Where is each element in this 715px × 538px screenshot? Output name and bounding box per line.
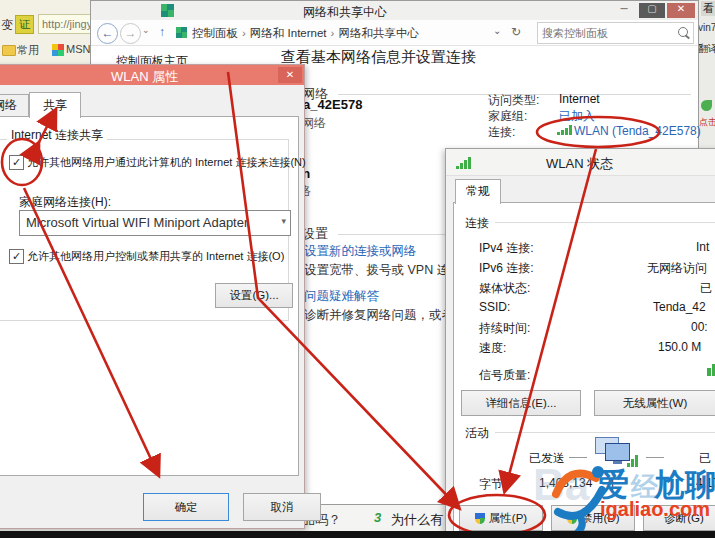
check-icon: ✓ xyxy=(12,156,21,168)
computer-icon xyxy=(593,437,639,469)
back-button[interactable]: ← xyxy=(97,23,118,44)
tab-network[interactable]: 网络 xyxy=(0,94,29,117)
row-value: 00: xyxy=(691,320,708,334)
activity-group-label: 活动 xyxy=(465,425,489,442)
row-value: 150.0 M xyxy=(658,340,701,354)
allow-connect-checkbox[interactable]: ✓ xyxy=(9,155,24,170)
row-value: 已 xyxy=(700,280,712,297)
right-fragment-look: 看 xyxy=(701,1,715,16)
maximize-button[interactable]: ▢ xyxy=(639,3,665,18)
bottom-question-2[interactable]: 为什么有 xyxy=(391,511,443,529)
link-troubleshoot[interactable]: 问题疑难解答 xyxy=(304,288,379,305)
tab-network-label: 网络 xyxy=(0,98,17,112)
homegroup-link[interactable]: 已加入 xyxy=(559,108,595,125)
refresh-icon[interactable]: ↻ xyxy=(511,25,521,39)
allow-control-checkbox[interactable]: ✓ xyxy=(9,249,24,264)
right-fragment-click: 点击 xyxy=(699,116,715,129)
details-button-label: 详细信息(E)... xyxy=(486,396,557,411)
connection-group-label: 连接 xyxy=(465,215,489,232)
tab-sharing[interactable]: 共享 xyxy=(29,92,81,118)
dialog-title: WLAN 属性 xyxy=(111,68,178,86)
ics-group-label: Internet 连接共享 xyxy=(7,127,107,144)
connections-label: 连接: xyxy=(488,124,515,141)
disable-button-label: 禁用(D) xyxy=(581,511,620,526)
allow-connect-label: 允许其他网络用户通过此计算机的 Internet 连接来连接(N) xyxy=(27,155,306,170)
up-button[interactable]: ↑ xyxy=(153,24,171,41)
right-fragment-win7: vin7 xyxy=(698,22,715,33)
row-label: 信号质量: xyxy=(479,367,530,384)
bottom-rank-number: 3 xyxy=(374,510,381,525)
ok-button-label: 确定 xyxy=(175,500,198,515)
address-badge-prefix: 变 xyxy=(1,17,13,34)
search-input[interactable] xyxy=(540,24,674,42)
homegroup-label: 家庭组: xyxy=(488,108,527,125)
row-label: IPv6 连接: xyxy=(479,260,534,277)
diagnose-button[interactable]: 诊断(G) xyxy=(643,505,715,531)
row-label: SSID: xyxy=(479,300,510,314)
msn-logo-icon xyxy=(52,44,64,56)
shield-icon xyxy=(567,513,577,524)
address-input[interactable]: http://jingy xyxy=(38,14,97,34)
window-title: 网络和共享中心 xyxy=(303,4,387,21)
sent-dash xyxy=(569,457,587,458)
row-value: Tenda_42 xyxy=(653,300,706,314)
row-label: 媒体状态: xyxy=(479,280,530,297)
wlan-properties-dialog: WLAN 属性 ✕ 网络 共享 Internet 连接共享 ✓ 允许其他网络用户… xyxy=(0,64,305,529)
bytes-received-value: 4,17 xyxy=(696,476,715,490)
adapter-select[interactable]: Microsoft Virtual WIFI Miniport Adapter … xyxy=(19,210,291,236)
wireless-properties-button-label: 无线属性(W) xyxy=(623,396,688,411)
access-type-value: Internet xyxy=(559,92,600,106)
wifi-signal-icon xyxy=(557,125,572,135)
forward-button[interactable]: → xyxy=(120,23,141,44)
sent-label: 已发送 xyxy=(529,450,565,467)
close-button[interactable]: ✕ xyxy=(667,3,695,18)
row-label: 持续时间: xyxy=(479,320,530,337)
screenshot-bottom-border xyxy=(0,531,715,538)
breadcrumb-network-sharing[interactable]: 网络和共享中心 xyxy=(338,27,419,39)
group-divider xyxy=(495,432,715,433)
received-dash xyxy=(646,457,664,458)
allow-control-label: 允许其他网络用户控制或禁用共享的 Internet 连接(O) xyxy=(27,249,284,264)
row-value: Int xyxy=(696,240,709,254)
breadcrumb-control-panel[interactable]: 控制面板 xyxy=(192,27,238,39)
properties-button[interactable]: 属性(P) xyxy=(459,505,543,531)
details-button[interactable]: 详细信息(E)... xyxy=(461,390,581,416)
bookmark-changyong[interactable]: 常用 xyxy=(17,43,39,58)
wlan-status-dialog: WLAN 状态 常规 连接 IPv4 连接: Int IPv6 连接: 无网络访… xyxy=(445,148,715,534)
chevron-down-icon: ▾ xyxy=(281,216,286,226)
wireless-properties-button[interactable]: 无线属性(W) xyxy=(594,390,715,416)
row-label: IPv4 连接: xyxy=(479,240,534,257)
breadcrumb-separator-icon: › xyxy=(238,27,250,39)
verify-badge[interactable]: 证 xyxy=(15,15,34,34)
disable-button[interactable]: 禁用(D) xyxy=(551,505,635,531)
ok-button[interactable]: 确定 xyxy=(143,493,229,521)
check-icon: ✓ xyxy=(12,250,21,262)
search-box[interactable] xyxy=(537,22,694,44)
settings-button[interactable]: 设置(G)... xyxy=(215,283,293,308)
adapter-select-value: Microsoft Virtual WIFI Miniport Adapter xyxy=(26,215,248,230)
address-dropdown-icon[interactable]: ⌄ xyxy=(493,25,501,36)
history-dropdown-icon[interactable]: ⌄ xyxy=(142,25,150,35)
access-type-label: 访问类型: xyxy=(488,92,539,109)
breadcrumb-separator-icon: › xyxy=(327,27,339,39)
page-title: 查看基本网络信息并设置连接 xyxy=(281,48,476,67)
minimize-button[interactable]: ─ xyxy=(611,3,637,18)
tab-general[interactable]: 常规 xyxy=(455,179,501,204)
dialog-close-button[interactable]: ✕ xyxy=(278,67,302,83)
screenshot-stage: 变 证 http://jingy 常用 MSN.co 看 vin7 翻译 点击 … xyxy=(0,0,715,538)
cancel-button[interactable]: 取消 xyxy=(243,493,321,521)
window-icon xyxy=(161,4,174,17)
group-divider xyxy=(495,222,715,223)
settings-button-label: 设置(G)... xyxy=(229,288,278,303)
leaf-icon xyxy=(701,100,712,111)
breadcrumb-location-icon xyxy=(176,27,187,38)
diagnose-button-label: 诊断(G) xyxy=(664,511,704,526)
tab-sharing-label: 共享 xyxy=(43,98,67,112)
breadcrumb-network-internet[interactable]: 网络和 Internet xyxy=(250,27,327,39)
link-setup-new-connection[interactable]: 设置新的连接或网络 xyxy=(304,243,417,260)
cancel-button-label: 取消 xyxy=(271,500,294,515)
row-value: 无网络访问 xyxy=(647,260,707,277)
wlan-connection-link[interactable]: WLAN (Tenda_42E578) xyxy=(574,124,701,138)
titlebar[interactable] xyxy=(91,1,698,21)
folder-icon xyxy=(2,45,16,56)
